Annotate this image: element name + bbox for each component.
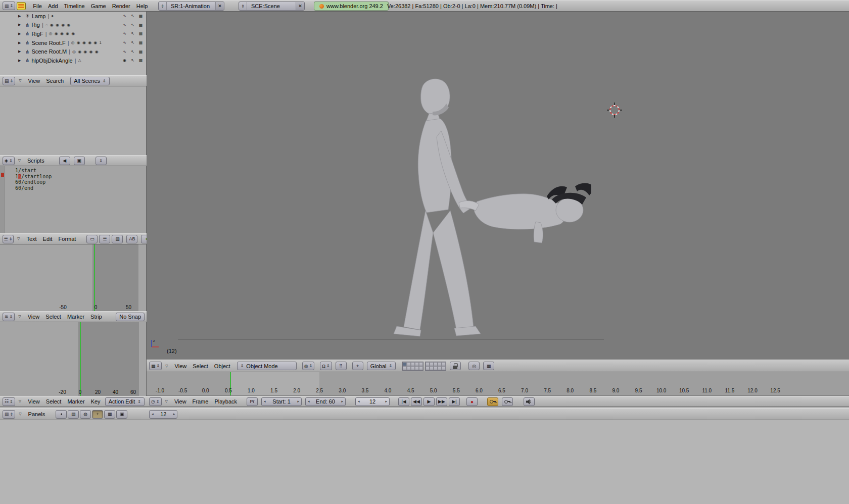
layer-toggle[interactable] bbox=[430, 362, 434, 366]
layer-toggle[interactable] bbox=[426, 362, 430, 366]
layer-toggle[interactable] bbox=[415, 362, 419, 366]
nla-panel[interactable]: -50050 bbox=[0, 244, 147, 311]
object-data-icons[interactable]: ◎ ◉ ◉ ◉ ◉ 1 bbox=[71, 40, 102, 45]
auto-key-button[interactable] bbox=[487, 397, 498, 406]
layer-toggle[interactable] bbox=[403, 362, 407, 366]
scripts-dropdown-button[interactable]: ⇕ bbox=[96, 157, 107, 165]
end-frame-field[interactable]: ◂ End: 60 ▸ bbox=[305, 397, 346, 406]
outliner-row[interactable]: ▶ ⋔ RigF | ◎ ◉ ◉ ◉ ◉ ∿ ↖ ▦ bbox=[0, 29, 146, 38]
draw-mode-button[interactable]: ◍ ⇕ bbox=[302, 362, 315, 370]
object-name[interactable]: Scene Root.F bbox=[31, 40, 65, 46]
text-toggle-icon[interactable]: ▭ bbox=[86, 235, 98, 243]
header-menu-item[interactable]: Marker bbox=[64, 314, 87, 320]
cursor-3d-icon[interactable] bbox=[606, 102, 623, 118]
header-collapse-icon[interactable]: ▽ bbox=[165, 399, 168, 404]
action-panel[interactable]: -200204060 bbox=[0, 322, 147, 396]
decrement-icon[interactable]: ◂ bbox=[358, 399, 360, 404]
editor-type-button[interactable]: ◈ ⇕ bbox=[3, 157, 15, 165]
layer-toggle[interactable] bbox=[438, 366, 442, 370]
screen-button[interactable]: ▣ bbox=[74, 157, 85, 165]
keying-set-button[interactable] bbox=[502, 397, 513, 406]
expand-arrow-icon[interactable]: ▶ bbox=[18, 59, 23, 63]
editor-type-button[interactable]: ▦ ⇕ bbox=[149, 362, 162, 370]
script-text[interactable]: 1/start12/startloop60/endloop60/end bbox=[15, 168, 52, 191]
header-menu-item[interactable]: Select bbox=[190, 363, 211, 369]
object-data-icons[interactable]: ● bbox=[51, 14, 54, 18]
restrict-render-icon[interactable]: ▦ bbox=[137, 30, 144, 37]
header-menu-item[interactable]: Format bbox=[56, 236, 79, 242]
text-toggle-icon[interactable]: ▥ bbox=[112, 235, 123, 243]
menu-item[interactable]: Help bbox=[133, 3, 151, 9]
current-frame-field[interactable]: ◂ 12 ▸ bbox=[355, 397, 390, 406]
restrict-view-icon[interactable]: ∿ bbox=[121, 22, 128, 28]
close-icon[interactable]: ✕ bbox=[215, 2, 224, 10]
header-menu-item[interactable]: Marker bbox=[64, 398, 87, 405]
editor-type-button[interactable]: ☰ ⇕ bbox=[3, 235, 14, 243]
layer-toggle[interactable] bbox=[415, 366, 419, 370]
snap-dropdown[interactable]: No Snap bbox=[116, 313, 145, 321]
restrict-render-icon[interactable]: ▦ bbox=[137, 48, 144, 55]
outliner-row[interactable]: ▶ ⋔ Scene Root.F | ◎ ◉ ◉ ◉ ◉ 1 ∿ ↖ ▦ bbox=[0, 38, 146, 47]
scripts-panel[interactable] bbox=[0, 86, 147, 155]
scenes-filter-dropdown[interactable]: All Scenes ⇕ bbox=[70, 77, 110, 85]
header-menu-item[interactable]: View bbox=[25, 314, 43, 320]
current-frame-marker[interactable] bbox=[80, 322, 81, 396]
layer-toggle[interactable] bbox=[411, 362, 415, 366]
screen-name[interactable]: SR:1-Animation bbox=[167, 2, 215, 10]
header-collapse-icon[interactable]: ▽ bbox=[165, 364, 168, 368]
menu-item[interactable]: File bbox=[30, 3, 45, 9]
screen-selector[interactable]: ⇕ SR:1-Animation ✕ bbox=[158, 2, 224, 11]
object-name[interactable]: RigF bbox=[31, 31, 43, 37]
object-name[interactable]: Rig bbox=[31, 22, 40, 28]
header-menu-item[interactable]: Edit bbox=[40, 236, 56, 242]
menu-item[interactable]: Add bbox=[45, 3, 61, 9]
header-menu-item[interactable]: Strip bbox=[87, 314, 105, 320]
menu-item[interactable]: Timeline bbox=[61, 3, 88, 9]
increment-icon[interactable]: ▸ bbox=[173, 412, 175, 416]
object-name[interactable]: Lamp bbox=[32, 13, 46, 19]
playback-button[interactable]: ▶▶ bbox=[436, 397, 447, 406]
layer-toggle[interactable] bbox=[411, 366, 415, 370]
restrict-view-icon[interactable]: ∿ bbox=[121, 39, 128, 46]
context-button-icon[interactable]: + bbox=[92, 410, 103, 419]
context-button-icon[interactable]: ◖ bbox=[56, 410, 67, 419]
outliner-panel[interactable]: ▶ ☀ Lamp | ● ∿ ↖ ▦ ▶ ⋔ Rig | ◌ ◉ ◉ ◉ ◉ ∿ bbox=[0, 12, 147, 75]
render-preview-button[interactable]: ▦ bbox=[483, 362, 494, 370]
playback-button[interactable]: ▶ bbox=[423, 397, 435, 406]
restrict-select-icon[interactable]: ↖ bbox=[129, 30, 136, 37]
restrict-view-icon[interactable]: ∿ bbox=[121, 30, 128, 37]
timeline-ruler[interactable]: -1.0-0.50.00.51.01.52.02.53.03.54.04.55.… bbox=[147, 372, 849, 396]
decrement-icon[interactable]: ◂ bbox=[308, 399, 310, 404]
layer-toggle[interactable] bbox=[434, 366, 438, 370]
object-name[interactable]: hlpObjDickAngle bbox=[31, 58, 72, 64]
decrement-icon[interactable]: ◂ bbox=[152, 412, 154, 416]
snap-dots-button[interactable]: ⠿ bbox=[336, 362, 347, 370]
close-icon[interactable]: ✕ bbox=[296, 2, 304, 10]
increment-icon[interactable]: ▸ bbox=[342, 399, 344, 404]
object-name[interactable]: Scene Root.M bbox=[31, 48, 67, 55]
dropdown-arrows-icon[interactable]: ⇕ bbox=[239, 2, 247, 10]
start-frame-field[interactable]: ◂ Start: 1 ▸ bbox=[261, 397, 302, 406]
header-menu-item[interactable]: Search bbox=[43, 78, 67, 84]
header-menu-item[interactable]: Text bbox=[23, 236, 39, 242]
script-line[interactable]: 1/start bbox=[15, 168, 52, 174]
expand-arrow-icon[interactable]: ▶ bbox=[18, 23, 23, 27]
restrict-view-icon[interactable]: ∿ bbox=[121, 48, 128, 55]
layer-toggle[interactable] bbox=[434, 362, 438, 366]
object-data-icons[interactable]: △ bbox=[78, 58, 82, 63]
header-collapse-icon[interactable]: ▽ bbox=[17, 237, 20, 241]
playback-button[interactable]: ▶| bbox=[449, 397, 460, 406]
object-data-icons[interactable]: ◎ ◉ ◉ ◉ ◉ bbox=[72, 49, 99, 54]
scene-name[interactable]: SCE:Scene bbox=[247, 2, 296, 10]
layer-toggle[interactable] bbox=[438, 362, 442, 366]
restrict-select-icon[interactable]: ↖ bbox=[129, 57, 136, 64]
context-button-icon[interactable]: ▤ bbox=[68, 410, 79, 419]
restrict-render-icon[interactable]: ▦ bbox=[137, 57, 144, 64]
decrement-icon[interactable]: ◂ bbox=[264, 399, 266, 404]
layer-toggle[interactable] bbox=[442, 366, 446, 370]
header-menu-item[interactable]: View bbox=[25, 398, 43, 405]
restrict-select-icon[interactable]: ↖ bbox=[129, 13, 136, 19]
menu-item[interactable]: Game bbox=[88, 3, 109, 9]
header-menu-item[interactable]: Object bbox=[211, 363, 233, 369]
layer-toggle[interactable] bbox=[407, 366, 411, 370]
